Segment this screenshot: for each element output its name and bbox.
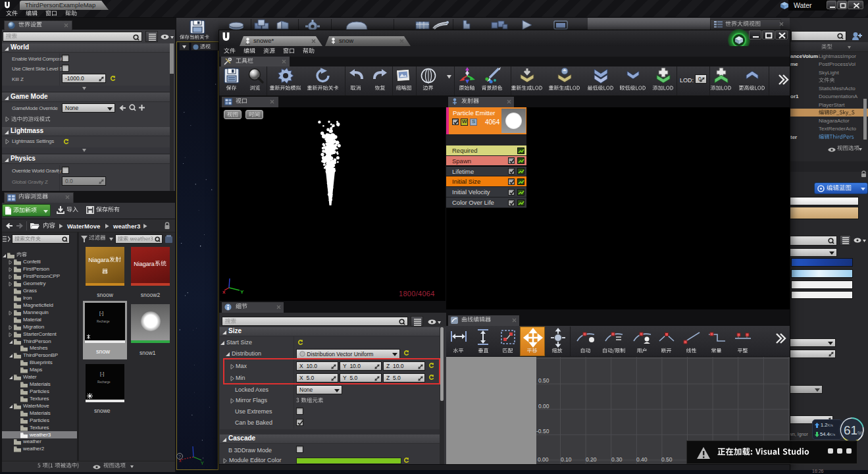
svg-text:?: ?: [178, 454, 181, 459]
svg-text:%: %: [857, 430, 863, 436]
svg-text:x: x: [222, 289, 226, 295]
svg-text:Y: Y: [240, 289, 244, 295]
svg-text:Y: Y: [201, 461, 204, 465]
svg-text:61: 61: [844, 423, 857, 437]
